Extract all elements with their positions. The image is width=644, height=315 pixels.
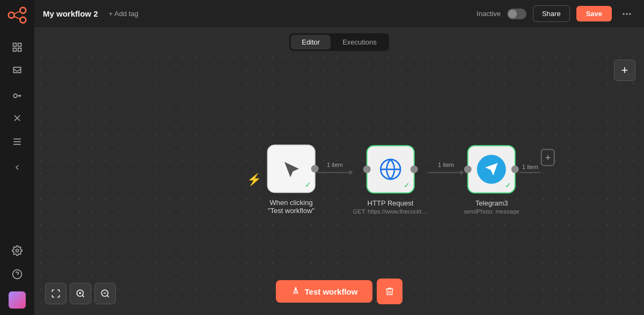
add-tag-button[interactable]: + Add tag (105, 8, 143, 20)
check-icon: ✓ (404, 180, 410, 189)
connector-2: 1 item (428, 162, 464, 175)
workflow-canvas[interactable]: + ⚡ ✓ When clicking "Test workflow" 1 it… (34, 51, 644, 315)
node-trigger[interactable]: ✓ When clicking "Test workflow" (266, 145, 317, 215)
main-area: My workflow 2 + Add tag Inactive Share S… (34, 0, 644, 315)
add-node-canvas-button[interactable]: + (614, 60, 635, 81)
share-button[interactable]: Share (533, 5, 570, 22)
svg-point-2 (20, 17, 26, 23)
telegram-node-box[interactable]: ✓ (467, 145, 516, 193)
test-workflow-button[interactable]: Test workflow (276, 280, 373, 303)
add-node-button[interactable]: + (541, 149, 555, 166)
connector-3-line (519, 172, 541, 173)
svg-rect-6 (18, 43, 21, 47)
sidebar-item-integrations[interactable] (6, 107, 28, 129)
tab-executions[interactable]: Executions (332, 35, 387, 49)
telegram-port-left (464, 165, 472, 173)
check-icon: ✓ (505, 180, 511, 189)
toggle-knob (508, 10, 517, 18)
tab-editor[interactable]: Editor (291, 35, 331, 49)
trigger-port-right (311, 165, 319, 173)
trash-icon (385, 287, 394, 296)
workflow-title: My workflow 2 (43, 9, 98, 18)
globe-icon (378, 157, 402, 181)
trigger-node-box[interactable]: ✓ (267, 145, 316, 193)
svg-rect-8 (18, 48, 21, 52)
sidebar-item-credentials[interactable] (6, 84, 28, 105)
telegram-icon (484, 162, 499, 177)
trigger-label: When clicking "Test workflow" (266, 199, 317, 215)
connector-1: 1 item (317, 162, 353, 175)
connector-3-label: 1 item (522, 164, 538, 170)
node-http[interactable]: ✓ HTTP Request GET: https://www.thecockt… (353, 145, 428, 214)
svg-rect-7 (13, 48, 17, 52)
bolt-icon: ⚡ (247, 173, 261, 187)
connector-1-label: 1 item (327, 162, 343, 168)
svg-point-17 (626, 13, 627, 14)
http-node-box[interactable]: ✓ (366, 145, 414, 193)
tab-bar: Editor Executions (34, 28, 644, 51)
delete-workflow-button[interactable] (377, 279, 402, 304)
test-workflow-label: Test workflow (305, 287, 358, 296)
workflow-area: ⚡ ✓ When clicking "Test workflow" 1 item (247, 145, 555, 215)
sidebar-item-help[interactable] (6, 263, 28, 285)
sidebar-bottom (6, 240, 28, 309)
svg-point-13 (16, 250, 19, 252)
arrow-icon (349, 170, 353, 175)
bottom-toolbar: Test workflow (34, 279, 644, 304)
header: My workflow 2 + Add tag Inactive Share S… (34, 0, 644, 28)
svg-line-3 (14, 11, 20, 13)
arrow-icon (460, 170, 464, 175)
cursor-icon (281, 159, 302, 179)
status-label: Inactive (477, 10, 501, 18)
connector-2-line (428, 170, 464, 175)
user-avatar[interactable] (9, 291, 26, 309)
svg-line-4 (14, 17, 20, 19)
svg-point-1 (20, 8, 26, 13)
active-toggle[interactable] (507, 9, 526, 19)
connector-2-label: 1 item (438, 162, 454, 168)
connector-line (317, 172, 349, 173)
sidebar-item-settings[interactable] (6, 240, 28, 261)
trigger-section: ⚡ ✓ When clicking "Test workflow" (247, 145, 317, 215)
svg-point-9 (13, 94, 17, 98)
telegram-sublabel: sendPhoto: message (464, 208, 519, 214)
svg-point-16 (623, 13, 625, 14)
check-icon: ✓ (305, 180, 311, 189)
connector-line (428, 172, 460, 173)
telegram-label: Telegram3 (475, 199, 508, 207)
http-label: HTTP Request (368, 199, 414, 207)
svg-point-0 (9, 12, 14, 18)
tab-container: Editor Executions (289, 33, 389, 51)
sidebar-item-workflows[interactable] (6, 36, 28, 58)
connector-1-line (317, 170, 353, 175)
sidebar (0, 0, 34, 315)
svg-rect-5 (13, 43, 17, 47)
svg-point-18 (629, 13, 631, 14)
http-port-right (410, 165, 418, 173)
connector-line (519, 172, 541, 173)
more-options-button[interactable] (618, 5, 635, 23)
plus-icon: + (621, 63, 628, 77)
http-port-left (363, 165, 370, 173)
sidebar-collapse-btn[interactable] (6, 157, 28, 178)
sidebar-item-list[interactable] (6, 131, 28, 152)
flask-icon (291, 287, 301, 296)
telegram-circle (477, 155, 506, 184)
plus-icon: + (545, 152, 551, 163)
save-button[interactable]: Save (576, 6, 612, 21)
connector-3: 1 item (519, 164, 541, 173)
http-sublabel: GET: https://www.thecocktail... (353, 208, 428, 214)
node-telegram[interactable]: ✓ Telegram3 sendPhoto: message (464, 145, 519, 214)
sidebar-item-messages[interactable] (6, 60, 28, 82)
app-logo[interactable] (8, 6, 27, 26)
telegram-port-right (511, 165, 519, 173)
